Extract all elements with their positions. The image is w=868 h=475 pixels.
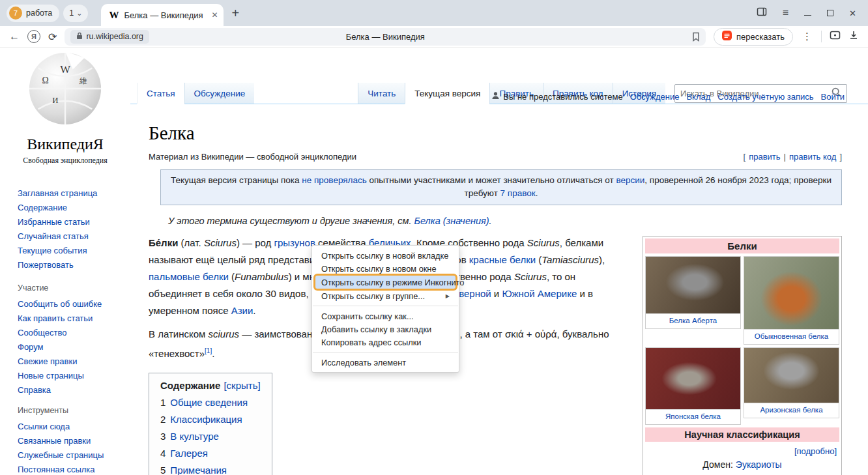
menu-separator — [313, 306, 458, 306]
asia-link[interactable]: Азии — [231, 305, 253, 316]
tab-current-version[interactable]: Текущая версия — [405, 83, 489, 104]
sidebar-item-random[interactable]: Случайная статья — [18, 232, 130, 240]
sidebar-item-related-changes[interactable]: Связанные правки — [18, 437, 130, 445]
minimize-button[interactable] — [804, 10, 811, 16]
edit-links: [править|править код] — [744, 152, 842, 162]
sidebar-item-help[interactable]: Справка — [18, 386, 130, 394]
article-title: Белка — [149, 122, 842, 144]
edit-source-link[interactable]: править код — [789, 152, 836, 162]
personal-link-contributions[interactable]: Вклад — [686, 92, 710, 102]
bookmark-icon[interactable] — [692, 32, 700, 42]
edits-count-link[interactable]: 7 правок — [500, 188, 536, 198]
sidebar-item-report-error[interactable]: Сообщить об ошибке — [18, 300, 130, 308]
sidebar-item-new-pages[interactable]: Новые страницы — [18, 371, 130, 380]
sidebar-item-how-to-edit[interactable]: Как править статьи — [18, 314, 130, 323]
menu-item-open-link-new-tab[interactable]: Открыть ссылку в новой вкладке — [312, 249, 459, 262]
yandex-icon[interactable]: Я — [27, 30, 40, 43]
personal-link-talk[interactable]: Обсуждение — [630, 92, 680, 102]
aberts-squirrel-link[interactable]: Белка Аберта — [669, 317, 717, 324]
america-link[interactable]: Америке — [538, 288, 577, 299]
sidebar-item-donate[interactable]: Пожертвовать — [18, 261, 130, 269]
toc-item: 5Примечания — [160, 465, 261, 475]
toc-link-culture[interactable]: В культуре — [170, 431, 219, 442]
taxobox-image-cell: Белка Аберта — [645, 256, 741, 329]
wikipedia-favicon-icon: W — [109, 10, 119, 21]
version-link[interactable]: версии — [616, 175, 644, 185]
menu-separator — [313, 352, 458, 353]
close-button[interactable]: ✕ — [849, 8, 856, 18]
taxobox-row-kingdom: Царство:Животные — [645, 472, 839, 475]
retell-button[interactable]: пересказать — [714, 28, 793, 46]
menu-item-inspect-element[interactable]: Исследовать элемент — [312, 356, 459, 369]
menu-item-add-link-bookmark[interactable]: Добавить ссылку в закладки — [312, 323, 459, 336]
back-button[interactable]: ← — [9, 31, 20, 42]
menu-item-open-link-incognito[interactable]: Открыть ссылку в режиме Инкогнито — [315, 276, 456, 289]
domain-chip[interactable]: ru.wikipedia.org — [70, 30, 149, 44]
kebab-menu-icon[interactable]: ⋮ — [801, 31, 813, 42]
japanese-squirrel-link[interactable]: Японская белка — [665, 412, 721, 420]
japanese-squirrel-image[interactable] — [646, 348, 740, 410]
footnote-1-link[interactable]: [1] — [205, 347, 212, 354]
menu-item-open-link-in-group[interactable]: Открыть ссылку в группе... ▶ — [312, 289, 459, 302]
tab-counter-chip[interactable]: 1 ⌄ — [63, 5, 88, 22]
sidebar-item-what-links-here[interactable]: Ссылки сюда — [18, 422, 130, 431]
disambiguation-link[interactable]: Белка (значения) — [414, 216, 489, 226]
arizona-squirrel-link[interactable]: Аризонская белка — [760, 406, 822, 414]
tab-read[interactable]: Читать — [358, 83, 405, 104]
tab-group-chip[interactable]: 7 работа — [7, 5, 59, 22]
sidebar-item-contents[interactable]: Содержание — [18, 203, 130, 212]
taxobox: Белки Белка Аберта Обыкновенная белка — [643, 236, 842, 475]
sidebar-item-main-page[interactable]: Заглавная страница — [18, 189, 130, 197]
toc-item: 4Галерея — [160, 448, 261, 459]
arizona-squirrel-image[interactable] — [744, 348, 839, 403]
menu-icon[interactable]: ≡ — [783, 7, 788, 19]
red-squirrels-link[interactable]: красные белки — [469, 254, 536, 265]
new-tab-button[interactable]: + — [231, 7, 239, 20]
url-text: ru.wikipedia.org — [86, 32, 143, 41]
personal-link-create-account[interactable]: Создать учётную запись — [717, 92, 813, 102]
menu-item-copy-link-address[interactable]: Копировать адрес ссылки — [312, 336, 459, 349]
personal-link-login[interactable]: Войти — [821, 92, 845, 102]
download-icon[interactable] — [848, 30, 859, 43]
not-reviewed-link[interactable]: не проверялась — [302, 175, 366, 185]
sidebar-item-featured[interactable]: Избранные статьи — [18, 218, 130, 226]
classification-details-link[interactable]: [подробно] — [794, 446, 837, 456]
sidebar-item-current-events[interactable]: Текущие события — [18, 246, 130, 255]
south-link[interactable]: Южной — [502, 288, 534, 299]
tab-discussion[interactable]: Обсуждение — [184, 83, 255, 104]
toc-link-general[interactable]: Общие сведения — [170, 397, 248, 408]
tab-group-badge: 7 — [9, 7, 22, 20]
svg-text:И: И — [52, 96, 58, 105]
red-squirrel-link[interactable]: Обыкновенная белка — [755, 332, 828, 340]
aberts-squirrel-image[interactable] — [646, 257, 740, 314]
hatnote: У этого термина существуют и другие знач… — [168, 216, 842, 226]
toc-link-gallery[interactable]: Галерея — [170, 448, 208, 459]
red-squirrel-image[interactable] — [744, 257, 839, 330]
menu-item-save-link-as[interactable]: Сохранить ссылку как... — [312, 309, 459, 323]
sidebar-item-recent-changes[interactable]: Свежие правки — [18, 357, 130, 366]
sidebar-item-special-pages[interactable]: Служебные страницы — [18, 451, 130, 459]
address-bar[interactable]: ru.wikipedia.org Белка — Википедия — [65, 28, 706, 46]
sidebar-item-community[interactable]: Сообщество — [18, 328, 130, 337]
palm-squirrels-link[interactable]: пальмовые белки — [149, 271, 229, 282]
tab-close-icon[interactable]: ✕ — [211, 10, 218, 20]
toc-link-references[interactable]: Примечания — [170, 465, 227, 475]
sidebar-item-permanent-link[interactable]: Постоянная ссылка — [18, 465, 130, 474]
domain-link[interactable]: Эукариоты — [736, 459, 782, 470]
rodents-link[interactable]: грызунов — [274, 237, 315, 248]
toc-link-classification[interactable]: Классификация — [170, 414, 242, 425]
tab-panels-icon[interactable] — [757, 7, 767, 20]
edit-link[interactable]: править — [749, 152, 780, 162]
svg-text:W: W — [60, 63, 70, 76]
sidebar-item-forum[interactable]: Форум — [18, 343, 130, 351]
toc-hide-link[interactable]: [скрыть] — [224, 380, 260, 391]
maximize-button[interactable] — [827, 10, 833, 16]
reload-button[interactable]: ⟳ — [48, 31, 57, 43]
article-flow: Белки Белка Аберта Обыкновенная белка — [149, 235, 842, 475]
sidebar-panel-icon[interactable] — [830, 30, 841, 43]
wikipedia-globe-logo[interactable]: W Ω 維 И — [27, 50, 104, 130]
site-subtitle: Материал из Википедии — свободной энцикл… — [149, 152, 356, 162]
menu-item-open-link-new-window[interactable]: Открыть ссылку в новом окне — [312, 262, 459, 275]
browser-tab[interactable]: W Белка — Википедия ✕ — [101, 4, 224, 26]
tab-article[interactable]: Статья — [137, 83, 184, 104]
